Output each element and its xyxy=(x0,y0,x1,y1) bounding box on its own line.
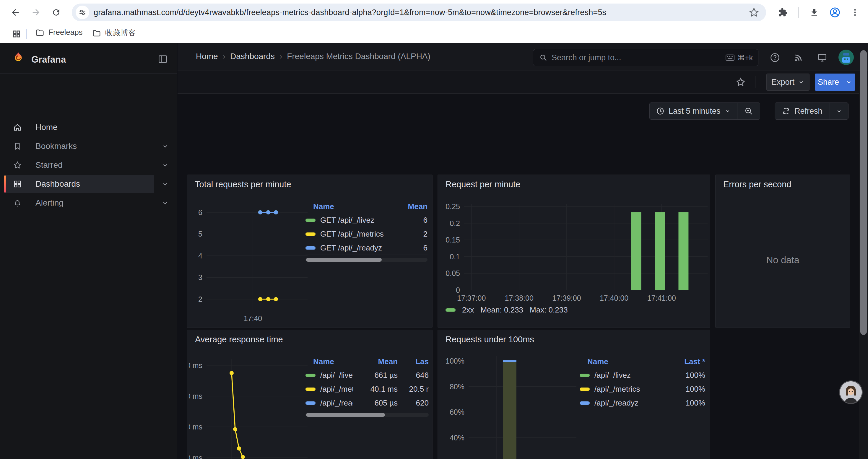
refresh-button[interactable]: Refresh xyxy=(775,103,830,119)
clock-icon xyxy=(656,107,664,115)
sidebar-item-starred[interactable]: Starred xyxy=(0,156,177,174)
legend-col-name[interactable]: Name xyxy=(306,357,353,366)
bookmarks-divider xyxy=(26,29,27,39)
legend-scrollbar[interactable] xyxy=(306,258,428,262)
legend-scrollbar-thumb[interactable] xyxy=(306,413,385,417)
reload-icon xyxy=(52,8,61,17)
panel-title[interactable]: Requests under 100ms xyxy=(445,335,534,345)
chevron-down-icon[interactable] xyxy=(161,180,169,188)
breadcrumb-home[interactable]: Home xyxy=(196,52,218,61)
panel-errors-per-second: Errors per second No data xyxy=(715,174,850,328)
no-data-message: No data xyxy=(716,255,850,266)
series-color-swatch[interactable] xyxy=(445,308,456,312)
series-color-swatch[interactable] xyxy=(580,374,590,377)
profile-button[interactable] xyxy=(827,4,843,21)
chevron-down-icon xyxy=(798,79,804,85)
downloads-button[interactable] xyxy=(806,4,823,21)
breadcrumb-dashboards[interactable]: Dashboards xyxy=(230,52,275,61)
help-button[interactable] xyxy=(767,49,783,66)
series-name[interactable]: 2xx xyxy=(462,305,474,315)
panel-title[interactable]: Total requests per minute xyxy=(195,179,291,189)
user-avatar[interactable] xyxy=(838,50,854,65)
series-color-swatch[interactable] xyxy=(306,401,315,405)
share-button[interactable]: Share xyxy=(815,73,842,91)
browser-menu-button[interactable] xyxy=(847,4,863,21)
bookmark-folder-freeleaps[interactable]: Freeleaps xyxy=(35,28,83,37)
favorite-dashboard-button[interactable] xyxy=(735,77,746,88)
bookmark-folder-blogs[interactable]: 收藏博客 xyxy=(92,28,136,38)
panel-request-per-minute: Request per minute 0.250.20.150.10.05017… xyxy=(438,174,710,328)
legend-row[interactable]: /api/_/metrics 100% xyxy=(580,382,705,396)
monitor-icon xyxy=(817,53,827,63)
export-button[interactable]: Export xyxy=(766,73,809,91)
zoom-out-button[interactable] xyxy=(737,103,760,119)
legend-col-mean[interactable]: Mean xyxy=(404,202,428,211)
series-color-swatch[interactable] xyxy=(306,374,315,377)
series-color-swatch[interactable] xyxy=(580,388,590,391)
site-settings-button[interactable] xyxy=(75,6,89,19)
legend-scrollbar-thumb[interactable] xyxy=(306,258,382,262)
sidebar-item-label: Bookmarks xyxy=(35,141,77,151)
legend-row[interactable]: /api/_/livez 100% xyxy=(580,368,705,382)
extensions-button[interactable] xyxy=(775,4,791,21)
forward-button[interactable] xyxy=(28,4,44,21)
legend-row[interactable]: /api/_/livez 661 µs 646 xyxy=(306,368,429,382)
timeseries-chart[interactable]: 80 ms60 ms40 ms20 ms0 s17:40 xyxy=(189,353,311,459)
sidebar-item-alerting[interactable]: Alerting xyxy=(0,194,177,212)
sidebar-toggle-button[interactable] xyxy=(158,54,168,64)
legend-row[interactable]: GET /api/_/readyz 6 xyxy=(306,241,428,255)
grafana-logo[interactable] xyxy=(11,52,25,65)
series-color-swatch[interactable] xyxy=(306,219,315,222)
folder-icon xyxy=(35,28,44,37)
legend-col-name[interactable]: Name xyxy=(580,357,670,366)
sidebar-item-dashboards[interactable]: Dashboards xyxy=(0,175,177,193)
series-color-swatch[interactable] xyxy=(580,401,590,405)
chevron-down-icon[interactable] xyxy=(161,161,169,169)
refresh-interval-button[interactable] xyxy=(830,103,848,119)
bookmarks-apps-button[interactable] xyxy=(8,26,25,42)
reload-button[interactable] xyxy=(48,4,64,21)
panel-title[interactable]: Average response time xyxy=(195,335,283,345)
url-text[interactable]: grafana.mathmast.com/d/deytv4rwavabkb/fr… xyxy=(94,8,740,17)
back-button[interactable] xyxy=(7,4,24,21)
url-bar[interactable]: grafana.mathmast.com/d/deytv4rwavabkb/fr… xyxy=(72,4,766,21)
bar-chart[interactable]: 100%80%60%40%20%0%17:40 xyxy=(440,353,582,459)
bar-chart[interactable]: 0.250.20.150.10.05017:37:0017:38:0017:39… xyxy=(443,203,709,312)
legend-scrollbar[interactable] xyxy=(306,413,429,417)
panel-title[interactable]: Errors per second xyxy=(723,179,792,189)
legend-col-last[interactable]: Las xyxy=(398,357,429,366)
series-color-swatch[interactable] xyxy=(306,246,315,250)
assistant-avatar-button[interactable] xyxy=(840,381,862,403)
legend-col-last[interactable]: Last * xyxy=(670,357,705,366)
page-scrollbar-thumb[interactable] xyxy=(860,50,867,335)
time-range-button[interactable]: Last 5 minutes xyxy=(650,103,737,119)
share-menu-button[interactable] xyxy=(842,73,855,91)
legend-col-mean[interactable]: Mean xyxy=(353,357,398,366)
series-color-swatch[interactable] xyxy=(306,232,315,236)
legend-col-name[interactable]: Name xyxy=(306,202,404,211)
chevron-down-icon[interactable] xyxy=(161,199,169,207)
sidebar-item-bookmarks[interactable]: Bookmarks xyxy=(0,137,177,155)
legend-row[interactable]: /api/_/metrics 40.1 ms 20.5 r xyxy=(306,382,429,396)
puzzle-icon xyxy=(778,8,788,17)
news-button[interactable] xyxy=(790,49,807,66)
legend-row[interactable]: /api/_/readyz 605 µs 620 xyxy=(306,396,429,410)
legend-row[interactable]: GET /api/_/livez 6 xyxy=(306,213,428,227)
sidebar-item-label: Home xyxy=(35,123,58,132)
chevron-down-icon[interactable] xyxy=(161,142,169,150)
legend-row[interactable]: /api/_/readyz 100% xyxy=(580,396,705,410)
svg-text:17:40:00: 17:40:00 xyxy=(600,294,628,302)
panel-average-response-time: Average response time 80 ms60 ms40 ms20 … xyxy=(187,330,433,459)
sidebar-header: Grafana xyxy=(0,43,177,73)
share-label: Share xyxy=(818,78,839,87)
legend-row[interactable]: GET /api/_/metrics 2 xyxy=(306,227,428,241)
timeseries-chart[interactable]: 6543217:40 xyxy=(189,204,311,325)
series-color-swatch[interactable] xyxy=(306,388,315,391)
svg-text:100%: 100% xyxy=(445,357,464,365)
display-button[interactable] xyxy=(814,49,831,66)
svg-text:4: 4 xyxy=(198,252,203,260)
panel-title[interactable]: Request per minute xyxy=(445,179,520,189)
bookmark-page-button[interactable] xyxy=(748,7,760,18)
search-input[interactable]: Search or jump to... ⌘+k xyxy=(533,49,758,66)
sidebar-item-home[interactable]: Home xyxy=(0,118,177,136)
